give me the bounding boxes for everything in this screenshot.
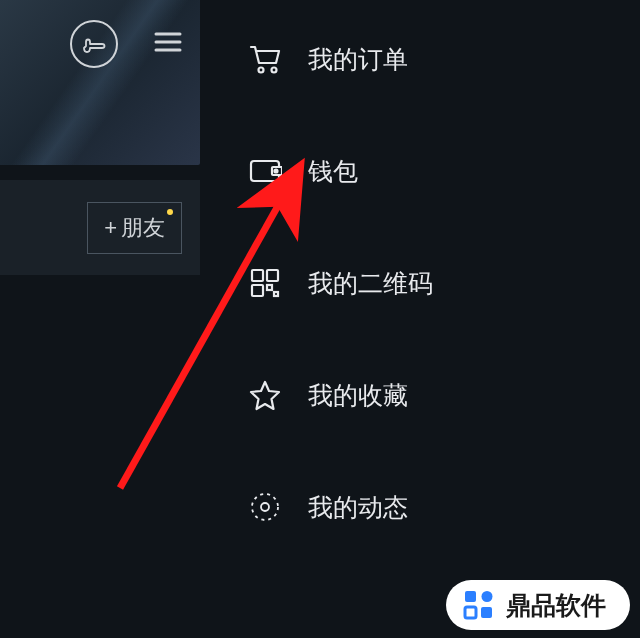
hamburger-icon [153,30,183,54]
activity-icon [249,491,281,523]
svg-point-16 [482,591,493,602]
friend-panel: + 朋友 [0,180,200,275]
add-friend-button[interactable]: + 朋友 [87,202,182,254]
menu-label: 我的动态 [308,491,408,524]
menu-label: 我的二维码 [308,267,433,300]
star-icon [249,379,281,411]
menu-item-wallet[interactable]: 钱包 [248,154,433,188]
menu-item-activity[interactable]: 我的动态 [248,490,433,524]
menu-label: 我的订单 [308,43,408,76]
svg-rect-8 [252,270,263,281]
svg-rect-9 [267,270,278,281]
cart-icon [248,43,282,75]
svg-rect-18 [481,607,492,618]
friend-label: 朋友 [121,213,165,243]
svg-point-3 [259,68,264,73]
svg-rect-11 [267,285,272,290]
menu-item-orders[interactable]: 我的订单 [248,42,433,76]
svg-rect-17 [465,607,476,618]
pointing-hand-icon [81,33,107,55]
watermark-text: 鼎品软件 [506,589,606,622]
svg-rect-15 [465,591,476,602]
svg-point-13 [261,503,269,511]
plus-icon: + [104,215,117,241]
svg-rect-10 [252,285,263,296]
pointer-button[interactable] [70,20,118,68]
notification-dot-icon [167,209,173,215]
side-menu: 我的订单 钱包 我的二维码 [248,42,433,524]
menu-label: 钱包 [308,155,358,188]
svg-point-4 [272,68,277,73]
svg-point-14 [252,494,278,520]
qrcode-icon [250,268,280,298]
menu-item-favorites[interactable]: 我的收藏 [248,378,433,412]
profile-header-panel [0,0,200,165]
menu-label: 我的收藏 [308,379,408,412]
wallet-icon [248,157,282,185]
svg-rect-12 [274,292,278,296]
menu-item-qrcode[interactable]: 我的二维码 [248,266,433,300]
brand-logo-icon [462,588,496,622]
svg-point-7 [275,170,278,173]
watermark-badge: 鼎品软件 [446,580,630,630]
hamburger-menu-button[interactable] [153,30,183,58]
